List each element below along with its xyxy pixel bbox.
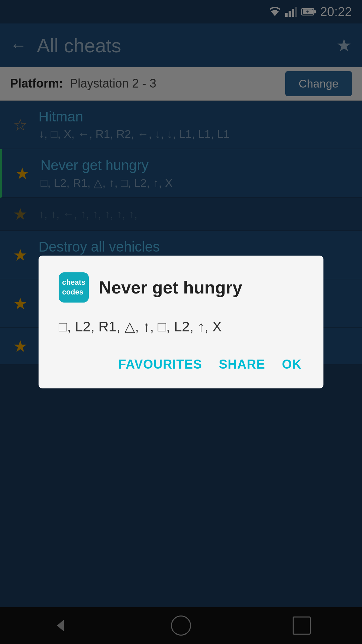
dialog-actions: FAVOURITES SHARE OK (59, 354, 303, 375)
dialog: cheatscodes Never get hungry □, L2, R1, … (39, 256, 323, 388)
app-icon: cheatscodes (59, 272, 89, 303)
dialog-title: Never get hungry (99, 277, 242, 298)
favourites-button[interactable]: FAVOURITES (117, 354, 204, 375)
dialog-header: cheatscodes Never get hungry (59, 272, 303, 303)
dialog-overlay[interactable]: cheatscodes Never get hungry □, L2, R1, … (0, 0, 362, 644)
dialog-code: □, L2, R1, △, ↑, □, L2, ↑, X (59, 316, 303, 337)
ok-button[interactable]: OK (280, 354, 303, 375)
share-button[interactable]: SHARE (217, 354, 267, 375)
